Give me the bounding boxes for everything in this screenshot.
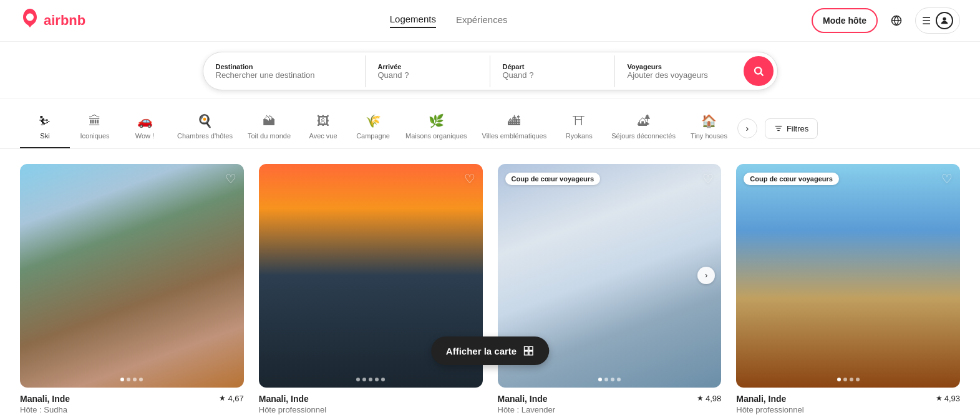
destination-value: Rechercher une destination (216, 70, 352, 80)
dot-indicator (133, 378, 137, 381)
nav-logements[interactable]: Logements (390, 14, 436, 28)
dot-indicator (120, 378, 124, 381)
dot-indicator (843, 378, 847, 381)
listing-title-row: Manali, Inde (259, 394, 483, 404)
search-button[interactable] (744, 56, 774, 86)
category-icon: ⛷ (39, 114, 51, 128)
nav-right: Mode hôte ☰ (812, 7, 960, 34)
category-item-villes-emblématiques[interactable]: 🏙 Villes emblématiques (475, 109, 555, 148)
listing-host: Hôte : Lavender (498, 405, 722, 414)
destination-label: Destination (216, 63, 352, 70)
category-item-ski[interactable]: ⛷ Ski (20, 109, 70, 148)
dot-indicator (381, 378, 385, 381)
listing-host: Hôte : Sudha (20, 405, 244, 414)
listing-title-row: Manali, Inde ★ 4,98 (498, 394, 722, 404)
category-label: Maisons organiques (405, 132, 467, 140)
favorite-button[interactable]: ♡ (702, 171, 714, 186)
category-item-ryokans[interactable]: ⛩ Ryokans (554, 109, 604, 148)
listing-card[interactable]: Coup de cœur voyageurs ♡ Manali, Inde ★ … (736, 164, 960, 415)
listing-location: Manali, Inde (498, 394, 548, 404)
dot-indicator (617, 378, 621, 381)
category-item-wow-![interactable]: 🚗 Wow ! (120, 108, 170, 148)
category-icon: 🏙 (508, 114, 520, 128)
category-label: Wow ! (135, 132, 154, 140)
voyageurs-value: Ajouter des voyageurs (628, 70, 727, 80)
search-bar-wrapper: Destination Rechercher une destination A… (0, 42, 980, 98)
listing-host: Hôte professionnel (259, 405, 483, 414)
filters-button[interactable]: Filtres (765, 118, 818, 139)
rating-value: 4,98 (706, 394, 721, 403)
star-icon: ★ (697, 394, 704, 403)
dot-indicators (837, 378, 860, 381)
coup-coeur-badge: Coup de cœur voyageurs (744, 173, 839, 185)
category-item-toit-du-monde[interactable]: 🏔 Toit du monde (240, 109, 298, 148)
listing-location: Manali, Inde (20, 394, 70, 404)
airbnb-logo-icon (20, 8, 40, 33)
dot-indicators (598, 378, 621, 381)
star-icon: ★ (936, 394, 943, 403)
category-icon: 🏠 (701, 113, 717, 128)
dot-indicator (598, 378, 602, 381)
next-photo-button[interactable]: › (697, 267, 715, 284)
dot-indicator (850, 378, 853, 381)
svg-point-3 (755, 67, 762, 74)
depart-field[interactable]: Départ Quand ? (490, 55, 615, 87)
show-map-label: Afficher la carte (446, 346, 517, 356)
category-label: Ski (40, 132, 49, 140)
svg-rect-10 (524, 351, 528, 355)
rating-value: 4,67 (228, 394, 243, 403)
mode-hote-button[interactable]: Mode hôte (812, 8, 878, 33)
category-label: Séjours déconnectés (611, 132, 676, 140)
category-label: Iconiques (80, 132, 109, 140)
category-icon: 🌾 (366, 113, 381, 128)
airbnb-logo-text: airbnb (44, 12, 85, 29)
arrivee-label: Arrivée (378, 63, 477, 70)
listing-title-row: Manali, Inde ★ 4,67 (20, 394, 244, 404)
header: airbnb Logements Expériences Mode hôte ☰ (0, 0, 980, 42)
category-icon: 🍳 (197, 113, 213, 128)
globe-button[interactable] (885, 9, 908, 32)
category-item-avec-vue[interactable]: 🖼 Avec vue (298, 109, 348, 148)
avatar (936, 12, 953, 29)
favorite-button[interactable]: ♡ (225, 171, 236, 186)
category-item-chambres-d'hôtes[interactable]: 🍳 Chambres d'hôtes (170, 108, 240, 148)
search-bar: Destination Rechercher une destination A… (203, 52, 778, 90)
svg-rect-8 (524, 346, 528, 350)
destination-field[interactable]: Destination Rechercher une destination (203, 55, 366, 87)
logo[interactable]: airbnb (20, 8, 85, 33)
category-icon: 🏛 (89, 114, 101, 128)
dot-indicator (139, 378, 143, 381)
voyageurs-label: Voyageurs (628, 63, 727, 70)
listing-image: ♡ (20, 164, 244, 388)
category-icon: ⛩ (573, 114, 585, 128)
dot-indicator (604, 378, 608, 381)
listing-card[interactable]: ♡ Manali, Inde Hôte professionnel 20–25 … (259, 164, 483, 415)
hamburger-icon: ☰ (922, 15, 931, 27)
listing-card[interactable]: ♡ Manali, Inde ★ 4,67 Hôte : Sudha 10–15… (20, 164, 244, 415)
main-nav: Logements Expériences (390, 14, 508, 28)
dot-indicator (362, 378, 366, 381)
listing-image: Coup de cœur voyageurs ♡ (736, 164, 960, 388)
show-map-button[interactable]: Afficher la carte (431, 336, 549, 365)
dot-indicator (837, 378, 841, 381)
category-item-séjours-déconnectés[interactable]: 🏕 Séjours déconnectés (604, 109, 683, 148)
category-next-button[interactable]: › (737, 118, 757, 138)
svg-point-2 (943, 17, 946, 21)
category-label: Tiny houses (691, 132, 727, 140)
listing-rating: ★ 4,98 (697, 394, 721, 403)
arrivee-field[interactable]: Arrivée Quand ? (366, 55, 490, 87)
category-item-tiny-houses[interactable]: 🏠 Tiny houses (683, 108, 735, 148)
dot-indicator (611, 378, 614, 381)
voyageurs-field[interactable]: Voyageurs Ajouter des voyageurs (615, 55, 740, 87)
arrivee-value: Quand ? (378, 70, 477, 80)
category-item-campagne[interactable]: 🌾 Campagne (348, 108, 398, 148)
favorite-button[interactable]: ♡ (941, 171, 953, 186)
dot-indicator (127, 378, 130, 381)
favorite-button[interactable]: ♡ (464, 171, 475, 186)
category-item-iconiques[interactable]: 🏛 Iconiques (70, 109, 120, 148)
dot-indicator (369, 378, 372, 381)
nav-experiences[interactable]: Expériences (456, 14, 508, 27)
listing-card[interactable]: Coup de cœur voyageurs ♡ › Manali, Inde … (498, 164, 722, 415)
category-item-maisons-organiques[interactable]: 🌿 Maisons organiques (398, 108, 474, 148)
menu-avatar-button[interactable]: ☰ (915, 7, 960, 34)
